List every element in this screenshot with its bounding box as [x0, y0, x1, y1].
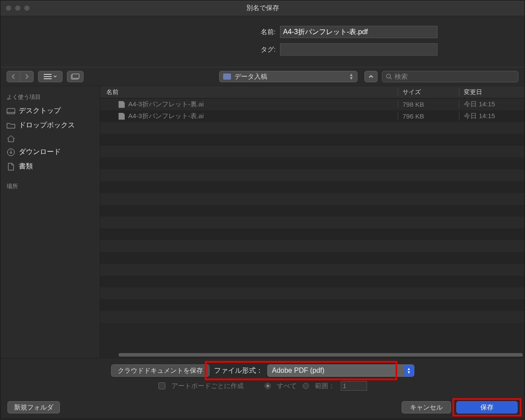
empty-row [100, 181, 525, 193]
empty-row [100, 240, 525, 252]
empty-row [100, 193, 525, 205]
sidebar-item-home[interactable] [0, 133, 100, 145]
download-icon [7, 149, 15, 156]
main-area: よく使う項目 デスクトップ ドロップボックス ダウンロード 書類 場所 [0, 86, 525, 358]
artboard-checkbox[interactable] [158, 382, 165, 389]
file-format-select[interactable]: Adobe PDF (pdf) ▲▼ [267, 364, 414, 377]
sidebar-item-label: ドロップボックス [19, 121, 75, 130]
folder-icon [223, 74, 231, 80]
chevron-down-icon [53, 75, 57, 78]
sidebar-locations-heading: 場所 [0, 180, 100, 193]
svg-rect-1 [72, 74, 79, 78]
save-cloud-document-button[interactable]: クラウドドキュメントを保存 [111, 364, 210, 377]
name-tag-area: 名前: タグ: [0, 16, 525, 67]
filename-input[interactable] [280, 26, 438, 38]
svg-rect-4 [7, 108, 15, 114]
file-format-label: ファイル形式： [214, 366, 263, 375]
options-area: クラウドドキュメントを保存 ファイル形式： Adobe PDF (pdf) ▲▼… [0, 358, 525, 396]
folder-group-icon [71, 74, 80, 80]
location-label: データ入稿 [234, 73, 267, 81]
file-row[interactable]: A4-3折パンフレット-裏.ai 798 KB 今日 14:15 [100, 98, 525, 110]
list-header: 名前 サイズ 変更日 [100, 86, 525, 98]
list-icon [44, 74, 52, 79]
tags-label: タグ: [88, 46, 280, 54]
file-name: A4-3折パンフレット-裏.ai [128, 100, 204, 108]
updown-icon: ▲▼ [349, 73, 354, 80]
sidebar-item-label: 書類 [19, 162, 33, 171]
new-folder-button[interactable]: 新規フォルダ [7, 401, 60, 413]
range-radio-label: 範囲： [315, 382, 335, 390]
file-rows: A4-3折パンフレット-裏.ai 798 KB 今日 14:15 A4-3折パン… [100, 98, 525, 352]
file-size: 796 KB [398, 112, 459, 120]
file-row[interactable]: A4-3折パンフレット-表.ai 796 KB 今日 14:15 [100, 110, 525, 122]
all-radio-label: すべて [277, 382, 297, 390]
traffic-lights [6, 5, 30, 11]
artboard-checkbox-label: アートボードごとに作成 [172, 382, 244, 390]
sidebar-item-downloads[interactable]: ダウンロード [0, 145, 100, 159]
sidebar-item-label: デスクトップ [19, 106, 61, 116]
empty-row [100, 217, 525, 228]
svg-line-3 [390, 78, 392, 80]
location-popup[interactable]: データ入稿 ▲▼ [219, 71, 357, 82]
artboard-options-row: アートボードごとに作成 すべて 範囲： [0, 381, 525, 391]
save-as-dialog: 別名で保存 名前: タグ: [0, 0, 525, 419]
empty-row [100, 158, 525, 169]
column-header-name[interactable]: 名前 [100, 88, 398, 96]
updown-icon: ▲▼ [404, 365, 414, 376]
sidebar-item-label: ダウンロード [19, 147, 61, 157]
file-name: A4-3折パンフレット-表.ai [128, 112, 204, 120]
folder-icon [7, 122, 15, 129]
home-icon [7, 135, 15, 142]
empty-row [100, 276, 525, 287]
horizontal-scrollbar[interactable] [100, 352, 525, 358]
file-date: 今日 14:15 [459, 112, 525, 120]
titlebar: 別名で保存 [0, 0, 525, 16]
file-list-pane: 名前 サイズ 変更日 A4-3折パンフレット-裏.ai 798 KB 今日 14… [100, 86, 525, 358]
file-date: 今日 14:15 [459, 100, 525, 108]
desktop-icon [7, 108, 15, 115]
tags-input[interactable] [280, 43, 438, 56]
empty-row [100, 134, 525, 146]
cancel-button[interactable]: キャンセル [402, 401, 451, 413]
nav-back-forward [7, 71, 34, 82]
document-icon [7, 163, 15, 170]
empty-row [100, 287, 525, 299]
empty-row [100, 311, 525, 323]
file-format-value: Adobe PDF (pdf) [272, 367, 325, 374]
empty-row [100, 122, 525, 134]
empty-row [100, 169, 525, 181]
sidebar-item-dropbox[interactable]: ドロップボックス [0, 118, 100, 133]
zoom-window-button[interactable] [24, 5, 30, 11]
empty-row [100, 228, 525, 240]
file-icon [119, 101, 125, 108]
group-button[interactable] [67, 71, 84, 82]
empty-row [100, 146, 525, 158]
search-icon [386, 74, 392, 80]
range-input[interactable] [341, 381, 367, 391]
empty-row [100, 264, 525, 276]
sidebar-item-desktop[interactable]: デスクトップ [0, 104, 100, 118]
file-icon [119, 113, 125, 120]
sidebar-favorites-heading: よく使う項目 [0, 91, 100, 104]
enclosing-folder-button[interactable] [364, 71, 378, 82]
minimize-window-button[interactable] [15, 5, 21, 11]
window-title: 別名で保存 [0, 4, 525, 12]
view-mode-button[interactable] [38, 71, 63, 82]
empty-row [100, 299, 525, 311]
column-header-size[interactable]: サイズ [398, 88, 459, 96]
save-button[interactable]: 保存 [456, 401, 518, 413]
range-radio[interactable] [303, 383, 309, 389]
svg-point-2 [387, 74, 391, 78]
sidebar-item-documents[interactable]: 書類 [0, 159, 100, 174]
back-button[interactable] [7, 71, 20, 82]
dialog-footer: 新規フォルダ キャンセル 保存 [0, 396, 525, 419]
search-input[interactable]: 検索 [382, 71, 518, 82]
filename-label: 名前: [88, 28, 280, 36]
forward-button[interactable] [20, 71, 33, 82]
chevron-up-icon [368, 74, 374, 79]
column-header-date[interactable]: 変更日 [459, 88, 525, 96]
all-radio[interactable] [265, 383, 271, 389]
browser-toolbar: データ入稿 ▲▼ 検索 [0, 67, 525, 86]
close-window-button[interactable] [6, 5, 11, 11]
empty-row [100, 252, 525, 264]
